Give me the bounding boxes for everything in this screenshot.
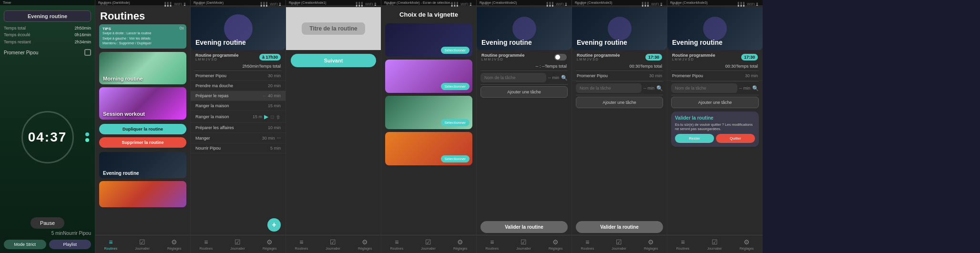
nav-reglages-7[interactable]: ⚙ Réglages xyxy=(644,238,658,250)
routine-time-7: 17:30 xyxy=(645,54,662,61)
routines-panel-label: Routines (DarkMode) xyxy=(95,0,190,5)
play-icon[interactable]: ▶ xyxy=(264,113,268,120)
rester-button[interactable]: Rester xyxy=(675,134,714,143)
divider-7c xyxy=(576,95,663,95)
search-icon[interactable]: 🔍 xyxy=(561,75,568,81)
morning-routine-label: Morning routine xyxy=(103,76,143,81)
delete-button[interactable]: Supprimer la routine xyxy=(99,137,186,148)
add-task-fab[interactable]: + xyxy=(267,218,281,232)
quitter-button[interactable]: Quitter xyxy=(716,134,755,143)
task-field-row-7: -- min 🔍 xyxy=(572,81,667,95)
search-icon-8[interactable]: 🔍 xyxy=(752,85,759,91)
bottom-nav-7: ≡ Routines ☑ Journalier ⚙ Réglages xyxy=(572,235,667,253)
nav-routines-4[interactable]: ≡ Routines xyxy=(295,238,308,250)
nav-routines-8[interactable]: ≡ Routines xyxy=(676,238,690,250)
nav-journalier-7[interactable]: ☑ Journalier xyxy=(612,238,626,250)
quit-modal-text: Es-tu sûr(e) de vouloir quitter ? Les mo… xyxy=(675,122,755,131)
routine-programmed-label: Routine programmée xyxy=(195,53,239,58)
next-task-time: 5 min xyxy=(51,231,63,236)
task-item: Nourrir Pipou 5 min xyxy=(191,143,286,153)
select-btn-1[interactable]: Sélectionner xyxy=(441,47,470,54)
nav-reglages-5[interactable]: ⚙ Réglages xyxy=(453,238,468,250)
nav-routines[interactable]: ≡ Routines xyxy=(104,238,118,250)
creation3a-panel: Routine (CreationMode3) 9:41 ▌▌▌ WiFi ▮ … xyxy=(572,0,667,253)
task-menu-icon[interactable]: ··· xyxy=(277,135,281,141)
nav-journalier-5[interactable]: ☑ Journalier xyxy=(421,238,436,250)
total-label: Temps total xyxy=(259,64,281,69)
nav-reglages-6[interactable]: ⚙ Réglages xyxy=(549,238,563,250)
total-time-row: Temps total 2h50min xyxy=(191,64,286,71)
creation2-label: Routine (CreationMode2) xyxy=(477,0,572,5)
bottom-nav: ≡ Routines ☑ Journalier ⚙ Réglages xyxy=(95,235,190,253)
task-options-icon[interactable]: ⊡ xyxy=(270,114,274,120)
creation1-label: Routine (CreationMode1) xyxy=(286,0,381,5)
creation3b-label: Routine (CreationMode3) xyxy=(667,0,763,5)
nav-reglages-3[interactable]: ⚙ Réglages xyxy=(263,238,277,250)
divider-8c xyxy=(671,95,759,95)
nav-reglages-8[interactable]: ⚙ Réglages xyxy=(740,238,754,250)
nav-journalier-6[interactable]: ☑ Journalier xyxy=(516,238,531,250)
creation1-panel: Routine (CreationMode1) 9:41 ▌▌▌ WiFi ▮ … xyxy=(286,0,381,253)
total-time-6: Temps total -- : -- xyxy=(477,64,572,71)
routine-title-input[interactable]: Titre de la routine xyxy=(302,22,365,35)
routines-nav-label: Routines xyxy=(104,247,118,250)
nav-routines-7[interactable]: ≡ Routines xyxy=(581,238,594,250)
evening-routine-card[interactable]: Evening routine xyxy=(99,152,186,178)
nav-routines-5[interactable]: ≡ Routines xyxy=(390,238,404,250)
dot-1 xyxy=(85,132,89,136)
rp-row-7: Routine programmée L M M J V S D 17:30 xyxy=(572,50,667,64)
quit-modal: Valider la routine Es-tu sûr(e) de voulo… xyxy=(671,111,759,147)
task-name-input[interactable] xyxy=(480,73,546,82)
evening-routine-label: Evening routine xyxy=(103,171,139,176)
vignette-3[interactable]: Sélectionner xyxy=(385,96,472,129)
task-item: Promener Pipou 30 min xyxy=(191,71,286,81)
nav-journalier[interactable]: ☑ Journalier xyxy=(135,238,150,250)
select-btn-2[interactable]: Sélectionner xyxy=(441,83,470,90)
add-task-button-7[interactable]: Ajouter une tâche xyxy=(576,97,663,108)
add-task-button[interactable]: Ajouter une tâche xyxy=(480,86,568,98)
extra-routine-card[interactable] xyxy=(99,181,186,207)
search-icon-7[interactable]: 🔍 xyxy=(656,85,663,91)
rp-row-6: Routine programmée L M M J V S D xyxy=(477,50,572,64)
tips-close-button[interactable]: 0x xyxy=(179,26,184,30)
mode-strict-button[interactable]: Mode Strict xyxy=(4,240,46,249)
select-btn-4[interactable]: Sélectionner xyxy=(441,155,470,162)
routine-name-button[interactable]: Evening routine xyxy=(4,10,91,22)
task-item: Ranger la maison 15 min xyxy=(191,101,286,111)
add-task-button-8[interactable]: Ajouter une tâche xyxy=(671,97,759,108)
task-delete-icon[interactable]: 🗑 xyxy=(276,114,281,120)
vignette-2[interactable]: Sélectionner xyxy=(385,60,472,93)
suivant-button[interactable]: Suivant xyxy=(291,54,376,67)
total-value: 2h50min xyxy=(242,64,259,69)
selection-panel: Routine (CreationMode) - Ecran de sélect… xyxy=(381,0,477,253)
task-name-input-8[interactable] xyxy=(671,83,737,93)
total-time-8: Temps total 00:30 xyxy=(667,64,763,71)
valider-button-7[interactable]: Valider la routine xyxy=(576,221,663,233)
nav-reglages[interactable]: ⚙ Réglages xyxy=(167,238,182,250)
nav-journalier-8[interactable]: ☑ Journalier xyxy=(707,238,722,250)
playlist-button[interactable]: Playlist xyxy=(49,240,92,249)
duplicate-button[interactable]: Dupliquer la routine xyxy=(99,124,186,134)
task-list: Promener Pipou 30 min Prendre ma douche … xyxy=(191,71,286,235)
select-btn-3[interactable]: Sélectionner xyxy=(441,119,470,126)
action-buttons: Dupliquer la routine Supprimer la routin… xyxy=(99,124,186,148)
vignette-1[interactable]: Sélectionner xyxy=(385,23,472,57)
vignette-4[interactable]: Sélectionner xyxy=(385,132,472,165)
rp-row-8: Routine programmée L M M J V S D 17:30 xyxy=(667,50,763,64)
task-name-input-7[interactable] xyxy=(576,83,642,93)
task-checkbox[interactable] xyxy=(84,49,91,56)
routines-title: Routines xyxy=(95,7,190,24)
routine-hero-8: Evening routine xyxy=(667,7,763,50)
valider-button[interactable]: Valider la routine xyxy=(480,221,568,233)
routine-toggle[interactable] xyxy=(554,54,567,61)
morning-routine-card[interactable]: Morning routine xyxy=(99,52,186,84)
nav-reglages-4[interactable]: ⚙ Réglages xyxy=(358,238,372,250)
task-item: Ranger la maison 15 m ▶ ⊡ 🗑 xyxy=(191,111,286,123)
nav-routines-6[interactable]: ≡ Routines xyxy=(486,238,499,250)
nav-journalier-4[interactable]: ☑ Journalier xyxy=(326,238,340,250)
nav-journalier-3[interactable]: ☑ Journalier xyxy=(230,238,245,250)
pause-button[interactable]: Pause xyxy=(31,217,64,229)
nav-routines-3[interactable]: ≡ Routines xyxy=(200,238,213,250)
session-workout-card[interactable]: Session workout xyxy=(99,87,186,120)
quit-modal-title: Valider la routine xyxy=(675,115,755,121)
